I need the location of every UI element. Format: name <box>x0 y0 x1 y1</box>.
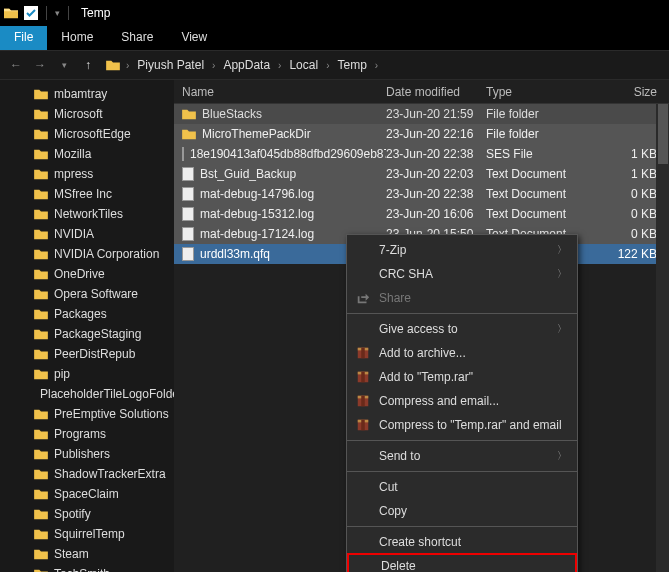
file-icon <box>182 147 184 161</box>
folder-icon <box>34 548 48 560</box>
tree-item[interactable]: pip <box>0 364 174 384</box>
chevron-right-icon[interactable]: › <box>324 60 331 71</box>
file-row[interactable]: mat-debug-14796.log23-Jun-20 22:38Text D… <box>174 184 669 204</box>
tab-view[interactable]: View <box>167 26 221 50</box>
recent-dropdown[interactable]: ▾ <box>54 55 74 75</box>
tree-item[interactable]: Microsoft <box>0 104 174 124</box>
tree-item[interactable]: NetworkTiles <box>0 204 174 224</box>
context-menu-label: Send to <box>379 449 420 463</box>
folder-icon <box>34 308 48 320</box>
breadcrumb-item[interactable]: Temp <box>335 58 368 72</box>
file-row[interactable]: mat-debug-15312.log23-Jun-20 16:06Text D… <box>174 204 669 224</box>
context-menu-item[interactable]: 7-Zip〉 <box>347 238 577 262</box>
tree-item[interactable]: ShadowTrackerExtra <box>0 464 174 484</box>
folder-icon <box>182 108 196 120</box>
context-menu-item: Share <box>347 286 577 310</box>
tree-item[interactable]: Packages <box>0 304 174 324</box>
column-name[interactable]: Name <box>174 85 386 99</box>
chevron-right-icon[interactable]: › <box>276 60 283 71</box>
context-menu-item[interactable]: Copy <box>347 499 577 523</box>
file-date: 23-Jun-20 21:59 <box>386 107 486 121</box>
tree-item-label: NVIDIA Corporation <box>54 247 159 261</box>
context-menu-item[interactable]: Send to〉 <box>347 444 577 468</box>
context-menu-separator <box>347 471 577 472</box>
tree-item[interactable]: SpaceClaim <box>0 484 174 504</box>
tree-item-label: ShadowTrackerExtra <box>54 467 166 481</box>
tree-item[interactable]: PackageStaging <box>0 324 174 344</box>
tree-item[interactable]: mpress <box>0 164 174 184</box>
tree-item[interactable]: Spotify <box>0 504 174 524</box>
chevron-right-icon[interactable]: › <box>124 60 131 71</box>
context-menu-item[interactable]: Compress to "Temp.rar" and email <box>347 413 577 437</box>
tree-item[interactable]: Programs <box>0 424 174 444</box>
dropdown-icon[interactable]: ▾ <box>55 8 60 18</box>
breadcrumb[interactable]: › Piyush Patel › AppData › Local › Temp … <box>102 54 663 76</box>
tree-item-label: TechSmith <box>54 567 110 572</box>
titlebar: ▾ Temp <box>0 0 669 26</box>
tree-item[interactable]: PreEmptive Solutions <box>0 404 174 424</box>
chevron-right-icon[interactable]: › <box>373 60 380 71</box>
sidebar[interactable]: mbamtrayMicrosoftMicrosoftEdgeMozillampr… <box>0 80 174 572</box>
tree-item[interactable]: NVIDIA <box>0 224 174 244</box>
folder-icon <box>34 348 48 360</box>
context-menu-item[interactable]: Create shortcut <box>347 530 577 554</box>
breadcrumb-item[interactable]: Local <box>287 58 320 72</box>
tree-item[interactable]: NVIDIA Corporation <box>0 244 174 264</box>
folder-icon <box>34 568 48 572</box>
tree-item[interactable]: SquirrelTemp <box>0 524 174 544</box>
context-menu-label: 7-Zip <box>379 243 406 257</box>
tree-item-label: Programs <box>54 427 106 441</box>
file-type: SES File <box>486 147 598 161</box>
tree-item[interactable]: TechSmith <box>0 564 174 572</box>
breadcrumb-item[interactable]: Piyush Patel <box>135 58 206 72</box>
file-name: Bst_Guid_Backup <box>200 167 296 181</box>
tree-item[interactable]: MicrosoftEdge <box>0 124 174 144</box>
context-menu-item[interactable]: Give access to〉 <box>347 317 577 341</box>
context-menu-item[interactable]: Cut <box>347 475 577 499</box>
up-button[interactable]: ↑ <box>78 55 98 75</box>
tree-item[interactable]: PlaceholderTileLogoFolder <box>0 384 174 404</box>
tab-home[interactable]: Home <box>47 26 107 50</box>
file-icon <box>182 207 194 221</box>
forward-button[interactable]: → <box>30 55 50 75</box>
tree-item[interactable]: mbamtray <box>0 84 174 104</box>
context-menu-item[interactable]: Add to archive... <box>347 341 577 365</box>
context-menu-label: Cut <box>379 480 398 494</box>
context-menu-item[interactable]: Add to "Temp.rar" <box>347 365 577 389</box>
tree-item[interactable]: OneDrive <box>0 264 174 284</box>
tree-item[interactable]: Opera Software <box>0 284 174 304</box>
tree-item-label: Microsoft <box>54 107 103 121</box>
back-button[interactable]: ← <box>6 55 26 75</box>
tree-item-label: Packages <box>54 307 107 321</box>
folder-icon <box>34 88 48 100</box>
column-headers[interactable]: Name Date modified Type Size <box>174 80 669 104</box>
scrollbar-vertical[interactable] <box>656 104 669 572</box>
context-menu-item[interactable]: Delete <box>347 553 577 572</box>
folder-icon <box>34 168 48 180</box>
tab-file[interactable]: File <box>0 26 47 50</box>
file-row[interactable]: Bst_Guid_Backup23-Jun-20 22:03Text Docum… <box>174 164 669 184</box>
tree-item[interactable]: MSfree Inc <box>0 184 174 204</box>
tree-item-label: PlaceholderTileLogoFolder <box>40 387 174 401</box>
column-type[interactable]: Type <box>486 85 598 99</box>
file-type: Text Document <box>486 187 598 201</box>
file-row[interactable]: 18e190413af045db88dfbd29609eb877.d...23-… <box>174 144 669 164</box>
context-menu-item[interactable]: CRC SHA〉 <box>347 262 577 286</box>
column-date[interactable]: Date modified <box>386 85 486 99</box>
context-menu-label: Compress to "Temp.rar" and email <box>379 418 562 432</box>
folder-icon <box>34 428 48 440</box>
tab-share[interactable]: Share <box>107 26 167 50</box>
file-row[interactable]: MicroThemePackDir23-Jun-20 22:16File fol… <box>174 124 669 144</box>
column-size[interactable]: Size <box>598 85 669 99</box>
checkbox-icon[interactable] <box>24 6 38 20</box>
tree-item[interactable]: Publishers <box>0 444 174 464</box>
context-menu-separator <box>347 440 577 441</box>
breadcrumb-item[interactable]: AppData <box>221 58 272 72</box>
tree-item[interactable]: Mozilla <box>0 144 174 164</box>
tree-item[interactable]: PeerDistRepub <box>0 344 174 364</box>
chevron-right-icon[interactable]: › <box>210 60 217 71</box>
context-menu-item[interactable]: Compress and email... <box>347 389 577 413</box>
scrollbar-thumb[interactable] <box>658 104 668 164</box>
file-row[interactable]: BlueStacks23-Jun-20 21:59File folder <box>174 104 669 124</box>
tree-item[interactable]: Steam <box>0 544 174 564</box>
